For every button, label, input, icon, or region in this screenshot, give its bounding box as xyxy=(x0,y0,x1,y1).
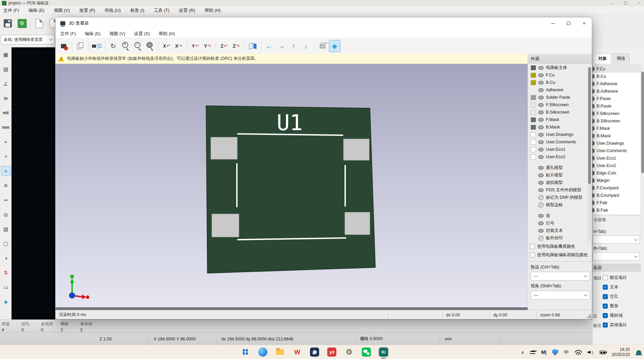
appearance-model-row[interactable]: 模型边框 xyxy=(528,201,592,209)
eye-icon[interactable] xyxy=(538,87,544,93)
appearance-layer-row[interactable]: Adhesive xyxy=(528,86,592,94)
start-button[interactable] xyxy=(241,348,250,357)
appearance-layer-row[interactable]: Solder Paste xyxy=(528,94,592,101)
eye-icon[interactable] xyxy=(593,96,595,101)
3d-minimize-button[interactable] xyxy=(545,17,561,29)
3d-toolbar-button[interactable] xyxy=(260,40,263,52)
layer-color-swatch[interactable] xyxy=(531,95,536,100)
youdao-dict-icon[interactable]: yd xyxy=(327,348,336,357)
input-method-icon[interactable]: 中 xyxy=(564,349,569,356)
3d-menu-item[interactable]: 设置 (S) xyxy=(134,31,150,37)
wps-office-icon[interactable]: W xyxy=(293,348,302,357)
kicad-taskbar-icon[interactable]: Ki xyxy=(379,348,388,357)
marktext-icon[interactable]: M| xyxy=(541,350,547,355)
eye-icon[interactable] xyxy=(538,102,544,108)
eye-icon[interactable] xyxy=(538,110,544,115)
appearance-text-row[interactable]: 封装文本 xyxy=(528,227,592,234)
3d-toolbar-button[interactable] xyxy=(104,40,107,52)
viewport-combo[interactable]: --- xyxy=(531,291,590,300)
layer-row[interactable]: F.Cu xyxy=(593,65,641,73)
eye-icon[interactable] xyxy=(538,220,544,226)
layer-row[interactable]: B.Courtyard xyxy=(593,192,641,199)
pcb-menu-item[interactable]: 视图 (V) xyxy=(54,7,70,14)
3d-toolbar-button[interactable]: − xyxy=(132,40,143,52)
layer-color-swatch[interactable] xyxy=(531,140,536,145)
left-toolbar-button[interactable]: ⇅ xyxy=(1,268,10,277)
left-toolbar-button[interactable]: mil xyxy=(1,108,10,117)
eye-icon[interactable] xyxy=(593,141,595,146)
layer-color-swatch[interactable] xyxy=(531,80,536,85)
layer-row[interactable]: F.Courtyard xyxy=(593,184,641,192)
layer-row[interactable]: Margin xyxy=(593,177,641,184)
wechat-icon[interactable] xyxy=(362,348,371,357)
3d-toolbar-button[interactable]: Z ↶ xyxy=(219,40,229,52)
notifications-bell-icon[interactable] xyxy=(636,350,641,355)
eye-icon[interactable] xyxy=(538,235,544,241)
layer-row[interactable]: F.Paste xyxy=(593,95,641,102)
left-toolbar-button[interactable]: ≈ xyxy=(1,166,10,175)
track-width-selector[interactable]: 走线: 使用网络类宽度 xyxy=(1,35,55,44)
layer-row[interactable]: F.Adhesive xyxy=(593,80,641,88)
left-toolbar-button[interactable]: ◎ xyxy=(1,210,10,219)
layer-color-swatch[interactable] xyxy=(531,117,536,122)
edge-browser-icon[interactable] xyxy=(258,348,267,357)
battery-icon[interactable] xyxy=(599,351,606,354)
3d-toolbar-button[interactable]: ↑ xyxy=(288,40,299,52)
save-button[interactable] xyxy=(2,18,14,29)
appearance-layer-row[interactable]: B.Mask xyxy=(528,123,592,131)
eye-icon[interactable] xyxy=(538,195,544,200)
appearance-model-row[interactable]: 虚拟模型 xyxy=(528,179,592,186)
volume-icon[interactable] xyxy=(587,350,594,355)
left-toolbar-button[interactable]: ▦ xyxy=(1,50,10,59)
layer-row[interactable]: User.Comments xyxy=(593,147,641,154)
left-toolbar-button[interactable]: ◑ xyxy=(1,254,10,263)
eye-icon[interactable] xyxy=(538,117,544,123)
3d-toolbar-button[interactable]: Y ↷ xyxy=(202,40,213,52)
layer-row[interactable]: Edge.Cuts xyxy=(593,169,641,177)
3d-toolbar-button[interactable] xyxy=(317,40,328,52)
appearance-layer-row[interactable]: 电路板主体 xyxy=(528,64,592,71)
eye-icon[interactable] xyxy=(593,200,595,205)
appearance-scrollbar[interactable] xyxy=(588,66,591,242)
appearance-layer-row[interactable]: User.Eco1 xyxy=(528,146,592,153)
3d-toolbar-button[interactable]: ← xyxy=(264,40,275,52)
pcb-menu-item[interactable]: 帮助 (H) xyxy=(205,7,221,14)
layer-scrollbar[interactable] xyxy=(641,65,644,241)
appearance-layer-row[interactable]: F.Mask xyxy=(528,116,592,123)
scrollbar-thumb[interactable] xyxy=(641,72,644,173)
left-toolbar-button[interactable]: ∠ xyxy=(1,79,10,88)
pcb-menu-item[interactable]: 放置 (P) xyxy=(79,7,95,14)
option-checkbox[interactable] xyxy=(530,244,535,249)
pcb-menu-item[interactable]: 设置 (R) xyxy=(179,7,195,14)
eye-icon[interactable] xyxy=(538,147,544,152)
eye-icon[interactable] xyxy=(538,95,544,100)
3d-toolbar-button[interactable]: ◆ xyxy=(329,40,340,52)
appearance-tab[interactable]: 对象 xyxy=(594,53,611,64)
left-toolbar-button[interactable]: in xyxy=(1,94,10,103)
appearance-text-row[interactable]: 板外丝印 xyxy=(528,234,592,242)
3d-toolbar-button[interactable] xyxy=(243,40,246,52)
appearance-model-row[interactable]: 贴片模型 xyxy=(528,171,592,179)
3d-toolbar-button[interactable]: ↻ xyxy=(108,40,119,52)
appearance-layer-row[interactable]: F.Cu xyxy=(528,71,592,79)
appearance-text-row[interactable]: 位号 xyxy=(528,219,592,227)
3d-toolbar-button[interactable] xyxy=(157,40,160,52)
eye-icon[interactable] xyxy=(538,187,544,193)
3d-toolbar-button[interactable] xyxy=(313,40,316,52)
layer-color-swatch[interactable] xyxy=(531,132,536,137)
appearance-option[interactable]: 使用电路板叠层颜色 xyxy=(530,244,592,249)
layer-row[interactable]: B.Mask xyxy=(593,132,641,140)
eye-icon[interactable] xyxy=(593,81,595,86)
3d-toolbar-button[interactable] xyxy=(247,40,258,52)
eye-icon[interactable] xyxy=(593,119,595,123)
3d-toolbar-button[interactable] xyxy=(145,40,155,52)
left-toolbar-button[interactable]: + xyxy=(1,137,10,146)
pcb-menu-item[interactable]: 检查 (I) xyxy=(130,7,145,14)
windows-security-icon[interactable] xyxy=(552,349,558,356)
3d-titlebar[interactable]: 3D 查看器 xyxy=(55,17,592,29)
mixer-icon[interactable] xyxy=(530,350,535,355)
layer-row[interactable]: B.Silkscreen xyxy=(593,117,641,125)
pcb-menu-item[interactable]: 布线 (U) xyxy=(105,7,121,14)
layer-color-swatch[interactable] xyxy=(531,88,536,93)
layer-row[interactable]: User.Drawings xyxy=(593,140,641,147)
